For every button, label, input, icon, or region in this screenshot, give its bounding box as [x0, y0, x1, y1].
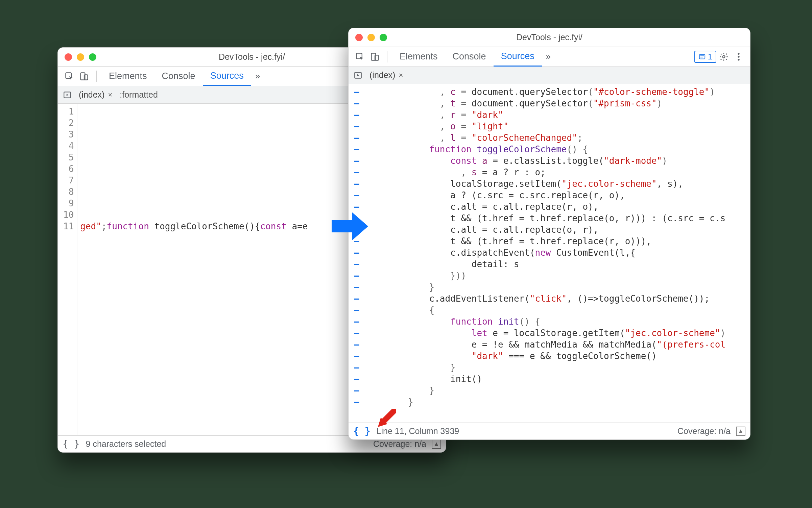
editor-statusbar: { } Line 11, Column 3939 Coverage: n/a ▲ — [349, 423, 750, 439]
pretty-print-button[interactable]: { } — [63, 438, 80, 450]
tab-sources[interactable]: Sources — [203, 67, 251, 86]
close-window-button[interactable] — [65, 53, 72, 61]
tabs-overflow-icon[interactable]: » — [542, 51, 555, 62]
status-coverage: Coverage: n/a — [677, 426, 731, 436]
navigator-toggle-icon[interactable] — [351, 69, 365, 82]
status-selection: 9 characters selected — [86, 439, 166, 449]
file-tab-index[interactable]: (index) × — [367, 69, 406, 81]
file-tab-label: (index) — [79, 90, 104, 100]
traffic-lights — [355, 34, 387, 41]
tab-console[interactable]: Console — [154, 67, 203, 86]
more-options-icon[interactable] — [731, 49, 746, 64]
tab-elements[interactable]: Elements — [392, 47, 445, 67]
tab-sources[interactable]: Sources — [494, 47, 542, 67]
annotation-arrow-down-left — [376, 409, 396, 429]
collapse-drawer-icon[interactable]: ▲ — [432, 439, 441, 449]
svg-point-10 — [738, 56, 739, 57]
code-editor[interactable]: –––––––––––––––––––––––––––– , c = docum… — [349, 84, 750, 423]
status-coverage: Coverage: n/a — [373, 439, 426, 449]
tab-elements[interactable]: Elements — [101, 67, 154, 86]
devtools-window-right: DevTools - jec.fyi/ Elements Console Sou… — [348, 28, 750, 440]
inspect-element-icon[interactable] — [353, 49, 367, 64]
line-number-gutter: 1234567891011 — [58, 104, 77, 435]
line-number-gutter: –––––––––––––––––––––––––––– — [349, 84, 363, 423]
minimize-window-button[interactable] — [77, 53, 84, 61]
tab-console[interactable]: Console — [445, 47, 494, 67]
close-icon[interactable]: × — [399, 71, 403, 80]
inspect-element-icon[interactable] — [62, 69, 77, 84]
navigator-toggle-icon[interactable] — [61, 88, 74, 102]
file-tab-formatted[interactable]: :formatted — [117, 88, 161, 101]
collapse-drawer-icon[interactable]: ▲ — [736, 427, 745, 436]
svg-point-8 — [723, 55, 725, 58]
maximize-window-button[interactable] — [380, 34, 387, 41]
tabs-overflow-icon[interactable]: » — [251, 71, 264, 81]
pretty-print-button[interactable]: { } — [353, 426, 371, 437]
code-content[interactable]: , c = document.querySelector("#color-sch… — [363, 84, 750, 423]
device-toolbar-icon[interactable] — [367, 49, 382, 64]
svg-point-9 — [738, 53, 739, 54]
annotation-arrow-right — [330, 206, 370, 247]
settings-icon[interactable] — [716, 49, 731, 64]
issues-count: 1 — [708, 52, 712, 61]
devtools-toolbar: Elements Console Sources » 1 — [349, 47, 750, 67]
file-tab-label: (index) — [369, 70, 395, 80]
close-window-button[interactable] — [355, 34, 363, 41]
maximize-window-button[interactable] — [89, 53, 96, 61]
file-tab-label: :formatted — [120, 90, 158, 100]
file-tab-index[interactable]: (index) × — [76, 88, 115, 101]
issues-badge[interactable]: 1 — [694, 51, 716, 63]
window-title: DevTools - jec.fyi/ — [349, 32, 750, 42]
traffic-lights — [65, 53, 96, 61]
minimize-window-button[interactable] — [367, 34, 375, 41]
sources-file-tabstrip: (index) × — [349, 67, 750, 84]
svg-point-11 — [738, 58, 739, 60]
titlebar: DevTools - jec.fyi/ — [349, 28, 750, 47]
device-toolbar-icon[interactable] — [77, 69, 92, 84]
close-icon[interactable]: × — [108, 91, 112, 99]
